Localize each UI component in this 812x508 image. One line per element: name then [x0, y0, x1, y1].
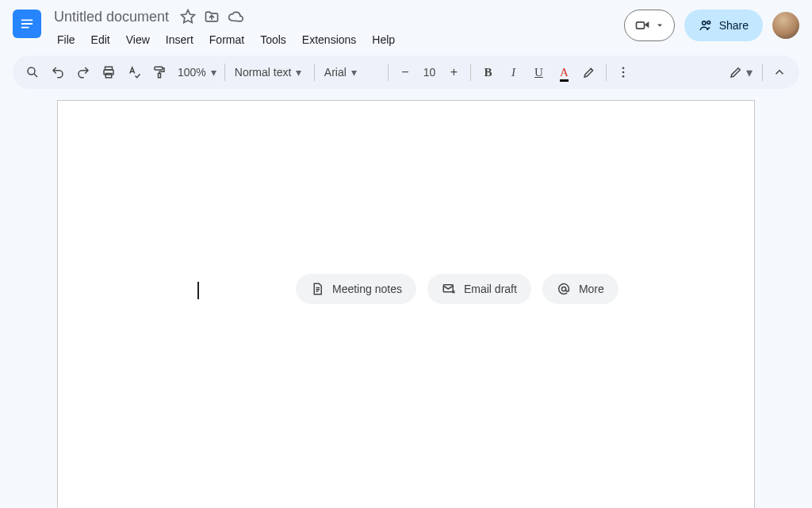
bold-button[interactable]: B [476, 60, 500, 84]
style-value: Normal text [235, 66, 292, 79]
spellcheck-icon [127, 65, 141, 79]
paint-roller-icon [152, 65, 167, 79]
chevron-up-icon [772, 65, 787, 79]
people-icon [699, 18, 713, 33]
font-size-value: 10 [423, 66, 436, 79]
svg-point-5 [702, 21, 706, 25]
menu-format[interactable]: Format [203, 30, 251, 49]
document-title[interactable]: Untitled document [51, 8, 172, 26]
chevron-down-icon: ▾ [351, 66, 357, 79]
toolbar: 100%▾ Normal text▾ Arial▾ − 10 + B I U A… [13, 56, 799, 89]
email-icon [442, 282, 456, 296]
svg-marker-3 [182, 10, 195, 23]
redo-icon [76, 65, 90, 79]
move-icon[interactable] [204, 9, 220, 25]
print-button[interactable] [97, 60, 121, 84]
text-color-button[interactable]: A [552, 60, 576, 84]
document-area: Meeting notes Email draft More [0, 100, 812, 508]
chip-meeting-notes[interactable]: Meeting notes [296, 274, 416, 304]
svg-rect-12 [159, 74, 161, 78]
print-icon [102, 65, 116, 79]
chip-more[interactable]: More [542, 274, 619, 304]
menu-bar: File Edit View Insert Format Tools Exten… [51, 29, 624, 51]
font-size-increase[interactable]: + [442, 60, 465, 84]
undo-icon [51, 65, 65, 79]
menu-tools[interactable]: Tools [254, 30, 293, 49]
font-size-input[interactable]: 10 [419, 66, 441, 79]
pencil-icon [729, 65, 743, 79]
share-label: Share [719, 19, 749, 32]
svg-point-14 [622, 71, 625, 74]
cloud-status-icon[interactable] [228, 9, 243, 25]
svg-rect-1 [21, 23, 33, 25]
highlighter-icon [582, 65, 596, 79]
undo-button[interactable] [46, 60, 70, 84]
minus-icon: − [401, 65, 408, 79]
document-page[interactable]: Meeting notes Email draft More [57, 100, 755, 508]
text-color-icon: A [560, 66, 569, 79]
style-dropdown[interactable]: Normal text▾ [230, 66, 309, 79]
more-tools-button[interactable] [611, 60, 635, 84]
search-button[interactable] [21, 60, 44, 84]
font-value: Arial [324, 66, 347, 79]
svg-point-17 [561, 287, 565, 291]
svg-rect-2 [21, 27, 29, 29]
at-icon [557, 282, 571, 296]
chevron-down-icon: ▾ [211, 66, 216, 79]
chip-label: More [579, 283, 604, 295]
svg-rect-11 [155, 67, 163, 70]
highlight-button[interactable] [577, 60, 601, 84]
separator [762, 64, 763, 81]
menu-extensions[interactable]: Extensions [296, 30, 362, 49]
chip-email-draft[interactable]: Email draft [427, 274, 531, 304]
separator [388, 64, 389, 81]
document-icon [310, 282, 324, 296]
meet-button[interactable] [624, 10, 675, 41]
plus-icon: + [450, 65, 458, 79]
separator [470, 64, 471, 81]
chip-label: Meeting notes [332, 283, 402, 295]
title-row: Untitled document [51, 6, 624, 27]
collapse-toolbar-button[interactable] [768, 60, 791, 84]
svg-point-7 [28, 67, 35, 75]
svg-point-6 [707, 21, 710, 24]
separator [606, 64, 607, 81]
chevron-down-icon: ▾ [746, 65, 753, 80]
svg-rect-0 [21, 20, 33, 21]
zoom-value: 100% [178, 66, 206, 79]
font-size-decrease[interactable]: − [393, 60, 417, 84]
svg-point-15 [622, 75, 625, 78]
app-header: Untitled document File Edit View Insert … [0, 0, 812, 51]
chevron-down-icon [655, 21, 665, 30]
avatar[interactable] [772, 12, 799, 39]
italic-button[interactable]: I [501, 60, 525, 84]
editing-mode-dropdown[interactable]: ▾ [724, 60, 757, 84]
star-icon[interactable] [180, 9, 196, 25]
video-icon [634, 17, 650, 33]
spellcheck-button[interactable] [122, 60, 146, 84]
underline-button[interactable]: U [527, 60, 550, 84]
header-right: Share [624, 10, 799, 41]
svg-rect-4 [636, 22, 644, 29]
font-dropdown[interactable]: Arial▾ [320, 66, 383, 79]
zoom-dropdown[interactable]: 100%▾ [173, 66, 220, 79]
paint-format-button[interactable] [147, 60, 171, 84]
separator [314, 64, 315, 81]
menu-view[interactable]: View [120, 30, 156, 49]
menu-file[interactable]: File [51, 30, 82, 49]
menu-insert[interactable]: Insert [159, 30, 200, 49]
search-icon [25, 65, 40, 79]
share-button[interactable]: Share [684, 10, 763, 41]
chevron-down-icon: ▾ [296, 66, 301, 79]
separator [224, 64, 225, 81]
svg-point-13 [622, 67, 625, 69]
suggestion-chips: Meeting notes Email draft More [296, 274, 619, 304]
redo-button[interactable] [71, 60, 95, 84]
menu-edit[interactable]: Edit [85, 30, 117, 49]
docs-logo[interactable] [13, 10, 41, 38]
text-cursor [197, 282, 199, 299]
more-vert-icon [616, 65, 630, 79]
chip-label: Email draft [464, 283, 517, 295]
title-area: Untitled document File Edit View Insert … [51, 6, 624, 51]
menu-help[interactable]: Help [366, 30, 401, 49]
